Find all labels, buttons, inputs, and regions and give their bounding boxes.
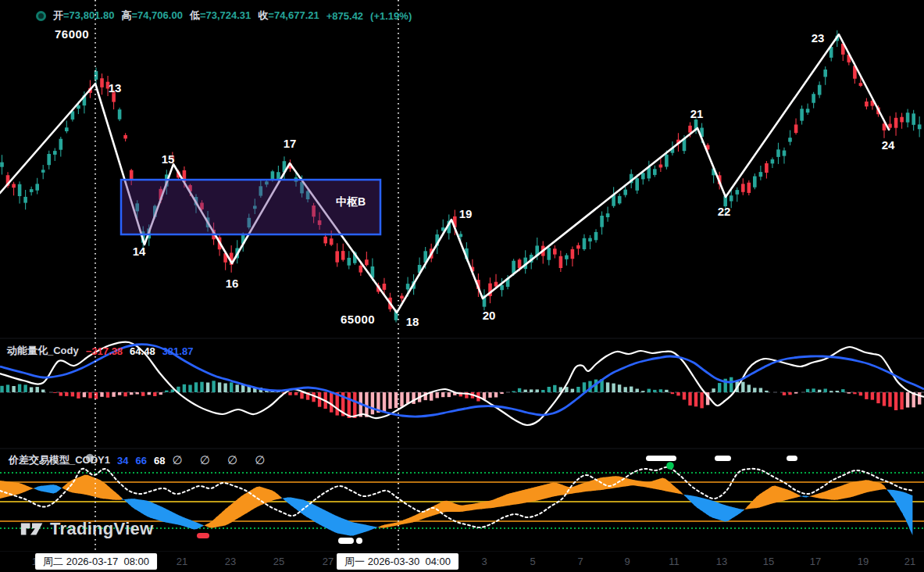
indicator1-value3: 381.87 bbox=[162, 345, 194, 357]
pivot-label-18: 18 bbox=[406, 315, 419, 328]
crosshair-date-box-2: 周一 2026-03-30 04:00 bbox=[337, 553, 458, 570]
indicator2-value2: 66 bbox=[136, 455, 147, 467]
tradingview-watermark-text: TradingView bbox=[50, 519, 154, 539]
pivot-label-20: 20 bbox=[483, 309, 496, 322]
trading-chart-window: 开=73,801.80 高=74,706.00 低=73,724.31 收=74… bbox=[0, 0, 924, 572]
change-percent: (+1.19%) bbox=[370, 10, 412, 22]
time-tick-21: 21 bbox=[177, 556, 187, 567]
time-tick-27: 27 bbox=[323, 556, 334, 567]
time-tick-7: 7 bbox=[577, 556, 583, 567]
price-label-65000: 65000 bbox=[341, 313, 375, 326]
indicator2-value1: 34 bbox=[117, 455, 128, 467]
open-value: =73,801.80 bbox=[63, 9, 114, 21]
crosshair-date-box-1: 周二 2026-03-17 08:00 bbox=[35, 553, 157, 570]
series-marker-icon bbox=[36, 11, 46, 21]
time-tick-25: 25 bbox=[273, 556, 284, 567]
indicator2-name: 价差交易模型_CODY1 bbox=[9, 453, 110, 467]
close-value: =74,677.21 bbox=[268, 9, 319, 21]
high-label: 高 bbox=[121, 9, 131, 21]
time-tick-9: 9 bbox=[624, 556, 630, 567]
low-value: =73,724.31 bbox=[200, 9, 251, 21]
pivot-label-23: 23 bbox=[812, 31, 825, 45]
time-tick-19: 19 bbox=[858, 556, 869, 567]
price-label-76000: 76000 bbox=[55, 27, 89, 41]
tradingview-watermark[interactable]: TradingView bbox=[20, 519, 154, 539]
indicator1-legend[interactable]: 动能量化_Cody −317.38 64.48 381.87 bbox=[7, 344, 193, 358]
tradingview-logo-icon bbox=[20, 519, 44, 539]
indicator1-value2: 64.48 bbox=[130, 345, 155, 357]
time-tick-5: 5 bbox=[530, 556, 535, 567]
time-tick-3: 3 bbox=[481, 556, 487, 567]
pivot-label-22: 22 bbox=[718, 205, 731, 218]
open-label: 开 bbox=[53, 9, 63, 21]
change-value: +875.42 bbox=[326, 10, 363, 22]
indicator1-value1: −317.38 bbox=[86, 345, 123, 357]
time-tick-11: 11 bbox=[669, 556, 680, 567]
indicator1-name: 动能量化_Cody bbox=[7, 344, 79, 358]
time-tick-13: 13 bbox=[716, 556, 727, 567]
high-value: =74,706.00 bbox=[131, 9, 182, 21]
close-label: 收 bbox=[258, 9, 268, 21]
pivot-label-13: 13 bbox=[109, 81, 122, 95]
low-label: 低 bbox=[190, 9, 200, 21]
indicator2-value3: 68 bbox=[154, 455, 165, 467]
pivot-zone-label: 中枢B bbox=[336, 195, 366, 209]
time-tick-17: 17 bbox=[810, 556, 821, 567]
pivot-label-16: 16 bbox=[226, 277, 239, 290]
time-axis[interactable]: 周二 2026-03-17 08:00 周一 2026-03-30 04:00 … bbox=[0, 552, 924, 572]
ohlc-legend[interactable]: 开=73,801.80 高=74,706.00 低=73,724.31 收=74… bbox=[36, 9, 412, 23]
pivot-label-21: 21 bbox=[690, 107, 704, 120]
time-tick-21: 21 bbox=[904, 556, 915, 567]
pivot-label-17: 17 bbox=[284, 137, 297, 150]
indicator2-empty-values: ∅ ∅ ∅ ∅ bbox=[172, 453, 272, 467]
time-tick-23: 23 bbox=[225, 556, 236, 567]
time-tick-15: 15 bbox=[763, 556, 774, 567]
pivot-label-24: 24 bbox=[882, 138, 895, 152]
chart-canvas[interactable] bbox=[0, 0, 924, 572]
pivot-label-19: 19 bbox=[459, 207, 473, 220]
pivot-label-15: 15 bbox=[162, 152, 175, 166]
indicator2-legend[interactable]: 价差交易模型_CODY1 34 66 68 ∅ ∅ ∅ ∅ bbox=[9, 453, 272, 467]
pivot-label-14: 14 bbox=[133, 245, 146, 258]
